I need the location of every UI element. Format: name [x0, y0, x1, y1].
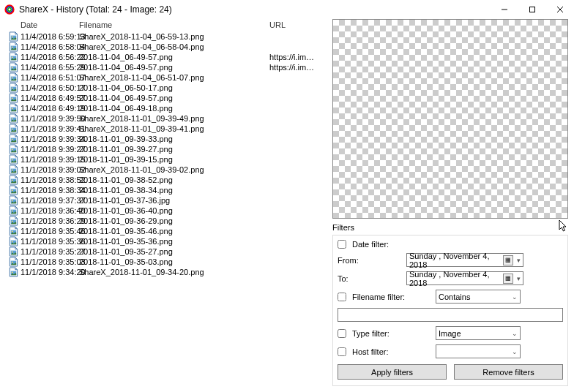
chevron-down-icon: ⌄	[512, 348, 518, 355]
table-row[interactable]: 11/1/2018 9:39:152018-11-01_09-39-15.png	[6, 154, 328, 165]
chevron-down-icon[interactable]: ▾	[517, 275, 521, 282]
image-file-icon	[6, 83, 20, 93]
svg-rect-4	[530, 7, 535, 12]
image-file-icon	[6, 62, 20, 72]
row-date: 11/4/2018 6:51:07	[20, 73, 79, 82]
row-filename: 2018-11-04_06-49-57.png	[79, 94, 269, 102]
type-filter-dropdown[interactable]: Image ⌄	[436, 326, 521, 340]
svg-point-18	[11, 88, 12, 89]
row-date: 11/4/2018 6:49:19	[20, 104, 79, 113]
from-date-value: Sunday , November 4, 2018	[409, 252, 503, 269]
table-row[interactable]: 11/1/2018 9:39:342018-11-01_09-39-33.png	[6, 134, 328, 144]
type-filter-text: Type filter:	[352, 329, 390, 338]
filename-filter-checkbox-label[interactable]: Filename filter:	[338, 293, 433, 301]
host-filter-dropdown[interactable]: ⌄	[436, 344, 521, 358]
type-filter-checkbox-label[interactable]: Type filter:	[338, 329, 433, 338]
table-row[interactable]: 11/1/2018 9:35:362018-11-01_09-35-36.png	[6, 236, 328, 246]
svg-point-46	[11, 231, 12, 233]
to-date-picker[interactable]: Sunday , November 4, 2018 ▦▾	[406, 271, 523, 285]
remove-filters-button[interactable]: Remove filters	[454, 364, 563, 380]
calendar-icon[interactable]: ▦	[503, 255, 513, 265]
filename-filter-checkbox[interactable]	[338, 293, 346, 301]
minimize-button[interactable]	[491, 0, 518, 19]
column-header-date[interactable]: Date	[6, 20, 79, 29]
close-button[interactable]	[546, 0, 574, 19]
table-row[interactable]: 11/1/2018 9:38:342018-11-01_09-38-34.png	[6, 185, 328, 195]
app-icon	[4, 4, 15, 15]
image-file-icon	[6, 175, 20, 185]
row-date: 11/1/2018 9:39:15	[20, 155, 79, 164]
image-file-icon	[6, 216, 20, 226]
image-file-icon	[6, 31, 20, 42]
svg-point-28	[11, 139, 12, 140]
table-row[interactable]: 11/4/2018 6:49:572018-11-04_06-49-57.png	[6, 93, 328, 103]
svg-point-52	[11, 262, 12, 263]
table-row[interactable]: 11/1/2018 9:35:462018-11-01_09-35-46.png	[6, 226, 328, 236]
table-row[interactable]: 11/1/2018 9:39:50ShareX_2018-11-01_09-39…	[6, 113, 328, 124]
table-row[interactable]: 11/1/2018 9:36:292018-11-01_09-36-29.png	[6, 216, 328, 226]
row-filename: ShareX_2018-11-01_09-39-02.png	[79, 165, 269, 174]
chevron-down-icon: ⌄	[512, 293, 518, 301]
column-header-filename[interactable]: Filename	[79, 20, 269, 29]
image-file-icon	[6, 134, 20, 144]
table-row[interactable]: 11/1/2018 9:39:41ShareX_2018-11-01_09-39…	[6, 124, 328, 134]
svg-point-48	[11, 241, 12, 243]
type-filter-checkbox[interactable]	[338, 329, 346, 338]
image-file-icon	[6, 267, 20, 277]
table-row[interactable]: 11/1/2018 9:34:20ShareX_2018-11-01_09-34…	[6, 267, 328, 277]
host-filter-checkbox[interactable]	[338, 347, 346, 356]
table-row[interactable]: 11/4/2018 6:56:222018-11-04_06-49-57.png…	[6, 52, 328, 62]
filename-filter-input[interactable]	[338, 308, 563, 322]
table-row[interactable]: 11/1/2018 9:38:522018-11-01_09-38-52.png	[6, 175, 328, 185]
row-filename: ShareX_2018-11-01_09-39-49.png	[79, 114, 269, 123]
host-filter-checkbox-label[interactable]: Host filter:	[338, 347, 433, 356]
row-filename: 2018-11-01_09-39-15.png	[79, 155, 269, 164]
table-row[interactable]: 11/1/2018 9:35:032018-11-01_09-35-03.png	[6, 257, 328, 267]
row-filename: 2018-11-01_09-38-34.png	[79, 186, 269, 195]
maximize-button[interactable]	[518, 0, 546, 19]
svg-point-22	[11, 108, 12, 110]
image-file-icon	[6, 93, 20, 103]
row-date: 11/4/2018 6:50:17	[20, 83, 79, 92]
row-date: 11/1/2018 9:38:52	[20, 176, 79, 184]
from-date-picker[interactable]: Sunday , November 4, 2018 ▦▾	[406, 253, 523, 267]
row-filename: ShareX_2018-11-01_09-39-41.png	[79, 124, 269, 133]
table-row[interactable]: 11/4/2018 6:50:172018-11-04_06-50-17.png	[6, 83, 328, 93]
table-row[interactable]: 11/4/2018 6:51:07ShareX_2018-11-04_06-51…	[6, 72, 328, 83]
image-file-icon	[6, 144, 20, 154]
filename-mode-dropdown[interactable]: Contains ⌄	[436, 290, 521, 304]
table-row[interactable]: 11/4/2018 6:55:292018-11-04_06-49-57.png…	[6, 62, 328, 72]
row-filename: 2018-11-01_09-39-33.png	[79, 135, 269, 143]
window-controls	[491, 0, 574, 19]
preview-panel	[332, 19, 568, 219]
table-row[interactable]: 11/4/2018 6:58:04ShareX_2018-11-04_06-58…	[6, 42, 328, 52]
row-date: 11/1/2018 9:37:37	[20, 196, 79, 205]
image-file-icon	[6, 42, 20, 52]
svg-point-30	[11, 149, 12, 151]
calendar-icon[interactable]: ▦	[503, 274, 513, 284]
date-filter-checkbox-label[interactable]: Date filter:	[338, 240, 403, 249]
row-filename: 2018-11-01_09-39-27.png	[79, 145, 269, 154]
column-header-url[interactable]: URL	[269, 20, 328, 29]
table-row[interactable]: 11/1/2018 9:35:272018-11-01_09-35-27.png	[6, 246, 328, 257]
column-headers[interactable]: Date Filename URL	[6, 19, 328, 31]
row-filename: 2018-11-01_09-38-52.png	[79, 176, 269, 184]
history-rows[interactable]: 11/4/2018 6:59:13ShareX_2018-11-04_06-59…	[6, 31, 328, 386]
date-filter-checkbox[interactable]	[338, 240, 346, 249]
table-row[interactable]: 11/1/2018 9:39:02ShareX_2018-11-01_09-39…	[6, 165, 328, 175]
table-row[interactable]: 11/1/2018 9:37:372018-11-01_09-37-36.jpg	[6, 195, 328, 206]
table-row[interactable]: 11/1/2018 9:39:272018-11-01_09-39-27.png	[6, 144, 328, 154]
row-date: 11/4/2018 6:59:13	[20, 32, 79, 41]
svg-point-36	[11, 180, 12, 181]
table-row[interactable]: 11/4/2018 6:59:13ShareX_2018-11-04_06-59…	[6, 31, 328, 42]
svg-point-38	[11, 190, 12, 192]
image-file-icon	[6, 154, 20, 165]
table-row[interactable]: 11/1/2018 9:36:402018-11-01_09-36-40.png	[6, 206, 328, 216]
chevron-down-icon[interactable]: ▾	[517, 257, 521, 264]
filename-filter-text: Filename filter:	[352, 293, 405, 301]
from-label: From:	[338, 256, 403, 265]
table-row[interactable]: 11/4/2018 6:49:192018-11-04_06-49-18.png	[6, 103, 328, 113]
row-filename: ShareX_2018-11-04_06-58-04.png	[79, 42, 269, 51]
row-date: 11/1/2018 9:39:34	[20, 135, 79, 143]
apply-filters-button[interactable]: Apply filters	[338, 364, 447, 380]
